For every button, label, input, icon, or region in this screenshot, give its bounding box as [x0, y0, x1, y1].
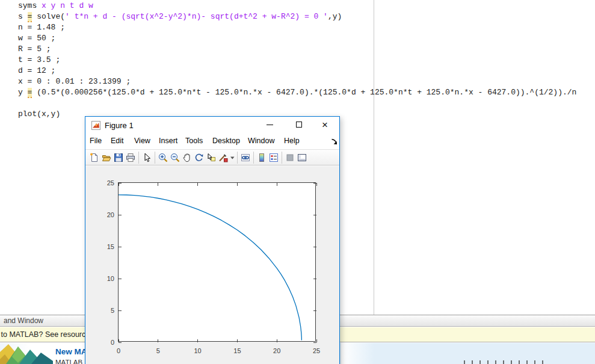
y-tick-right — [313, 215, 316, 215]
x-tick-label: 5 — [156, 347, 160, 354]
menu-item-help[interactable]: Help — [284, 137, 300, 145]
y-tick-label: 5 — [94, 307, 114, 314]
code-text: d = 12 ; — [18, 66, 55, 75]
code-line[interactable] — [18, 98, 576, 109]
menu-item-insert[interactable]: Insert — [159, 137, 177, 145]
y-tick-left — [119, 247, 122, 247]
pan-icon[interactable] — [181, 152, 193, 164]
y-tick-label: 20 — [94, 211, 114, 218]
x-tick-bottom — [197, 339, 198, 342]
code-line[interactable]: s = solve(' t*n + d - (sqrt(x^2-y^2)*n)-… — [18, 11, 576, 22]
minimize-button[interactable] — [261, 118, 279, 131]
code-text: t = 3.5 ; — [18, 55, 60, 64]
y-tick-left — [119, 342, 122, 343]
print-figure-icon[interactable] — [125, 152, 137, 164]
y-tick-right — [313, 183, 316, 184]
y-tick-label: 25 — [94, 179, 114, 187]
y-tick-left — [119, 279, 122, 279]
code-text: x = 0 : 0.01 : 23.1399 ; — [18, 77, 131, 86]
insert-colorbar-icon[interactable] — [256, 152, 268, 164]
code-text: s — [18, 12, 28, 21]
x-tick-label: 25 — [313, 347, 320, 354]
toolbar-separator — [237, 152, 238, 164]
code-line[interactable]: d = 12 ; — [18, 66, 576, 76]
x-tick-bottom — [158, 339, 158, 342]
news-item-subtitle: MATLAB — [55, 359, 85, 364]
code-text: w = 50 ; — [18, 34, 55, 43]
plot-line — [119, 195, 301, 341]
code-text: (0.5*(0.000256*(125.0*d + 125.0*n*t - 12… — [32, 88, 576, 97]
brush-icon[interactable] — [217, 152, 229, 164]
close-button[interactable]: × — [316, 118, 334, 131]
x-tick-bottom — [237, 339, 238, 342]
zoom-out-icon[interactable] — [169, 152, 181, 164]
brush-dropdown-icon[interactable] — [229, 152, 235, 164]
menu-item-edit[interactable]: Edit — [111, 137, 124, 145]
code-line[interactable]: w = 50 ; — [18, 33, 576, 44]
command-window-title: and Window — [4, 316, 43, 325]
x-tick-top — [237, 183, 238, 186]
figure-titlebar[interactable]: Figure 1 × — [85, 117, 339, 134]
toolbar-separator — [282, 152, 282, 164]
code-line[interactable]: syms x y n t d w — [18, 1, 576, 11]
dock-arrow-icon[interactable] — [331, 138, 338, 145]
toolbar-separator — [253, 152, 254, 164]
menu-item-tools[interactable]: Tools — [185, 137, 203, 145]
panel-gradient — [341, 343, 374, 364]
data-cursor-icon[interactable] — [205, 152, 217, 164]
menu-item-view[interactable]: View — [134, 137, 150, 145]
menu-item-window[interactable]: Window — [248, 137, 274, 145]
code-text: syms — [18, 1, 42, 10]
code-line[interactable]: x = 0 : 0.01 : 23.1399 ; — [18, 76, 576, 87]
figure-menubar[interactable]: FileEditViewInsertToolsDesktopWindowHelp — [85, 134, 339, 149]
figure-toolbar[interactable] — [85, 149, 339, 165]
figure-window[interactable]: Figure 1 × FileEditViewInsertToolsDeskto… — [85, 116, 340, 364]
y-tick-left — [119, 183, 122, 184]
x-tick-bottom — [277, 339, 277, 342]
minimize-icon — [267, 125, 273, 125]
toolbar-separator — [155, 152, 155, 164]
maximize-button[interactable] — [290, 118, 308, 131]
pointer-icon[interactable] — [141, 152, 153, 164]
x-tick-top — [197, 183, 198, 186]
code-line[interactable]: t = 3.5 ; — [18, 55, 576, 66]
menu-item-file[interactable]: File — [90, 137, 102, 145]
clipped-text-fragment — [464, 360, 544, 364]
save-figure-icon[interactable] — [113, 152, 125, 164]
code-text: ,y) — [328, 12, 342, 21]
code-line[interactable]: n = 1.48 ; — [18, 22, 576, 33]
rotate-3d-icon[interactable] — [193, 152, 205, 164]
x-tick-label: 0 — [117, 347, 120, 354]
x-tick-top — [119, 183, 119, 186]
hide-plot-tools-icon[interactable] — [284, 152, 296, 164]
y-tick-label: 15 — [94, 243, 114, 250]
x-tick-top — [158, 183, 158, 186]
y-tick-right — [313, 310, 316, 311]
new-figure-icon[interactable] — [88, 152, 100, 164]
insert-legend-icon[interactable] — [268, 152, 280, 164]
code-text: plot(x,y) — [18, 110, 60, 119]
news-item-title[interactable]: New MATLAB — [55, 347, 85, 358]
code-line[interactable]: y = (0.5*(0.000256*(125.0*d + 125.0*n*t … — [18, 87, 576, 98]
menu-item-desktop[interactable]: Desktop — [212, 137, 240, 145]
y-tick-right — [313, 247, 316, 247]
toolbar-separator — [138, 152, 139, 164]
code-line[interactable]: R = 5 ; — [18, 44, 576, 55]
code-text: n = 1.48 ; — [18, 23, 65, 32]
open-file-icon[interactable] — [100, 152, 113, 164]
x-tick-label: 20 — [273, 347, 280, 354]
y-tick-right — [313, 279, 316, 279]
link-plot-icon[interactable] — [239, 152, 251, 164]
editor-code-area[interactable]: syms x y n t d ws = solve(' t*n + d - (s… — [18, 1, 576, 120]
plot-axes[interactable]: 05101520250510152025 — [118, 182, 316, 342]
y-tick-label: 10 — [94, 275, 114, 282]
figure-window-title: Figure 1 — [105, 121, 134, 130]
zoom-in-icon[interactable] — [157, 152, 169, 164]
code-text: R = 5 ; — [18, 45, 51, 54]
y-tick-left — [119, 215, 122, 215]
show-plot-tools-icon[interactable] — [296, 152, 308, 164]
code-string: x y n t d w — [42, 1, 93, 10]
y-tick-right — [313, 342, 316, 343]
x-tick-label: 15 — [233, 347, 241, 354]
x-tick-label: 10 — [194, 347, 201, 354]
